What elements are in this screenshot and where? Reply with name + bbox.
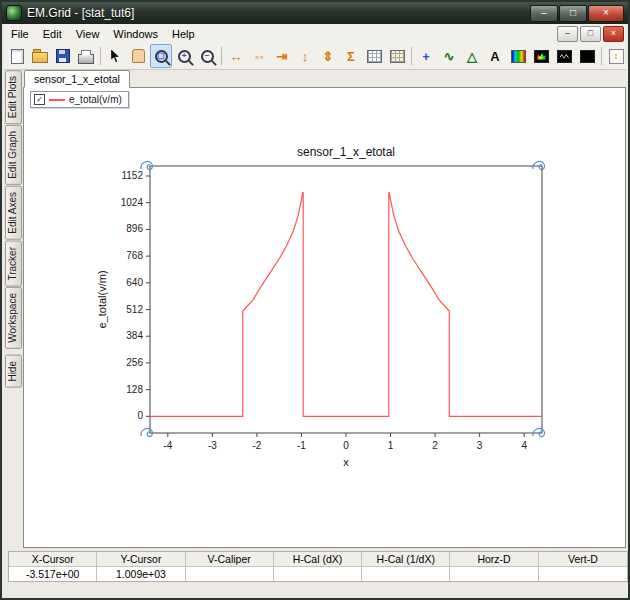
svg-text:512: 512 bbox=[126, 304, 143, 315]
expand-horizontal-icon[interactable]: ↔ bbox=[225, 44, 247, 68]
minimize-button[interactable]: – bbox=[530, 5, 558, 22]
svg-text:x: x bbox=[343, 456, 349, 468]
menu-windows[interactable]: Windows bbox=[106, 26, 165, 42]
svg-text:640: 640 bbox=[126, 277, 143, 288]
window-title: EM.Grid - [stat_tut6] bbox=[27, 6, 525, 20]
svg-text:1024: 1024 bbox=[121, 197, 144, 208]
menu-file[interactable]: File bbox=[4, 26, 36, 42]
status-header-cell: Y-Cursor bbox=[97, 552, 185, 567]
snap-horizontal-icon[interactable]: ⇥ bbox=[271, 44, 293, 68]
app-window: EM.Grid - [stat_tut6] – □ × FileEditView… bbox=[0, 0, 630, 600]
svg-text:-2: -2 bbox=[252, 440, 261, 451]
spectrogram-icon[interactable] bbox=[530, 44, 552, 68]
toolbar-separator bbox=[601, 47, 602, 65]
add-marker-icon[interactable]: + bbox=[415, 44, 437, 68]
status-header-cell: X-Cursor bbox=[9, 552, 97, 567]
legend-line-swatch bbox=[49, 99, 65, 101]
expand-vertical-icon[interactable]: ↕ bbox=[294, 44, 316, 68]
svg-text:-1: -1 bbox=[297, 440, 306, 451]
title-bar: EM.Grid - [stat_tut6] – □ × bbox=[2, 2, 628, 24]
status-value-cell: -3.517e+00 bbox=[9, 567, 97, 581]
maximize-button[interactable]: □ bbox=[559, 5, 587, 22]
status-header-cell: V-Caliper bbox=[186, 552, 274, 567]
zoom-in-icon[interactable]: + bbox=[173, 44, 195, 68]
zoom-box-icon[interactable]: ▢ bbox=[150, 44, 172, 68]
save-icon[interactable] bbox=[52, 44, 74, 68]
open-file-icon[interactable] bbox=[29, 44, 51, 68]
zoom-out-icon[interactable]: − bbox=[196, 44, 218, 68]
close-button[interactable]: × bbox=[588, 5, 624, 22]
document-tab-bar: sensor_1_x_etotal bbox=[24, 69, 625, 87]
slope-marker-icon[interactable]: △ bbox=[461, 44, 483, 68]
status-value-cell bbox=[362, 567, 450, 581]
status-value-cell bbox=[274, 567, 362, 581]
sidebar-tab-edit-graph[interactable]: Edit Graph bbox=[5, 125, 22, 185]
status-header-row: X-CursorY-CursorV-CaliperH-Cal (dX)H-Cal… bbox=[9, 552, 627, 567]
curve-trace-icon[interactable]: ∿ bbox=[438, 44, 460, 68]
svg-text:256: 256 bbox=[126, 357, 143, 368]
status-header-cell: Horz-D bbox=[450, 552, 538, 567]
vertical-range-icon[interactable]: ↕ bbox=[605, 44, 626, 68]
menu-view[interactable]: View bbox=[69, 26, 107, 42]
status-header-cell: H-Cal (1/dX) bbox=[362, 552, 450, 567]
app-icon bbox=[6, 5, 22, 21]
svg-text:e_total(v/m): e_total(v/m) bbox=[96, 270, 108, 328]
grid-icon[interactable] bbox=[363, 44, 385, 68]
toolbar: ▢+−↔⇔⇥↕⇕Σ+∿△A↕↔ ≡ Layout bbox=[4, 43, 626, 70]
sum-icon[interactable]: Σ bbox=[340, 44, 362, 68]
svg-text:768: 768 bbox=[126, 250, 143, 261]
menu-help[interactable]: Help bbox=[165, 26, 202, 42]
sidebar-tab-workspace[interactable]: Workspace bbox=[5, 287, 22, 349]
sidebar-tab-edit-axes[interactable]: Edit Axes bbox=[5, 186, 22, 240]
text-label-icon[interactable]: A bbox=[484, 44, 506, 68]
svg-text:3: 3 bbox=[477, 440, 483, 451]
mdi-minimize-button[interactable]: – bbox=[557, 26, 578, 42]
legend-label: e_total(v/m) bbox=[69, 94, 122, 105]
status-value-cell: 1.009e+03 bbox=[97, 567, 185, 581]
sidebar-tabs: Edit PlotsEdit GraphEdit AxesTrackerWork… bbox=[5, 70, 22, 389]
new-file-icon[interactable] bbox=[6, 44, 28, 68]
menu-bar: FileEditViewWindowsHelp – □ × bbox=[4, 24, 626, 44]
svg-text:0: 0 bbox=[137, 410, 143, 421]
toolbar-separator bbox=[411, 47, 412, 65]
image-plot-icon[interactable] bbox=[576, 44, 598, 68]
svg-text:-4: -4 bbox=[163, 440, 172, 451]
svg-text:-3: -3 bbox=[208, 440, 217, 451]
autoscale-vertical-icon[interactable]: ⇕ bbox=[317, 44, 339, 68]
svg-text:896: 896 bbox=[126, 223, 143, 234]
svg-text:1: 1 bbox=[388, 440, 394, 451]
table-icon[interactable] bbox=[386, 44, 408, 68]
toolbar-separator bbox=[221, 47, 222, 65]
svg-text:384: 384 bbox=[126, 330, 143, 341]
status-header-cell: Vert-D bbox=[539, 552, 627, 567]
svg-text:128: 128 bbox=[126, 384, 143, 395]
sidebar-tab-tracker[interactable]: Tracker bbox=[5, 241, 22, 287]
toolbar-separator bbox=[100, 47, 101, 65]
mdi-close-button[interactable]: × bbox=[603, 26, 624, 42]
status-value-cell bbox=[186, 567, 274, 581]
sidebar-tab-hide[interactable]: Hide bbox=[5, 355, 22, 388]
status-bar: X-CursorY-CursorV-CaliperH-Cal (dX)H-Cal… bbox=[8, 551, 628, 582]
waveform-icon[interactable] bbox=[553, 44, 575, 68]
menu-edit[interactable]: Edit bbox=[36, 26, 69, 42]
legend-box: ✓ e_total(v/m) bbox=[30, 91, 129, 108]
colormap-icon[interactable] bbox=[507, 44, 529, 68]
autoscale-horizontal-icon[interactable]: ⇔ bbox=[248, 44, 270, 68]
chart[interactable]: -4-3-2-101234012825638451264076889610241… bbox=[92, 136, 574, 498]
svg-text:sensor_1_x_etotal: sensor_1_x_etotal bbox=[297, 145, 395, 159]
sidebar-tab-edit-plots[interactable]: Edit Plots bbox=[5, 70, 22, 124]
svg-text:4: 4 bbox=[521, 440, 527, 451]
svg-text:1152: 1152 bbox=[121, 170, 143, 181]
print-icon[interactable] bbox=[75, 44, 97, 68]
menu-items: FileEditViewWindowsHelp bbox=[4, 24, 202, 43]
status-value-cell bbox=[539, 567, 627, 581]
legend-checkbox[interactable]: ✓ bbox=[34, 94, 45, 105]
mdi-restore-button[interactable]: □ bbox=[580, 26, 601, 42]
pan-hand-icon[interactable] bbox=[127, 44, 149, 68]
chart-svg: -4-3-2-101234012825638451264076889610241… bbox=[92, 136, 574, 498]
select-arrow-icon[interactable] bbox=[104, 44, 126, 68]
status-value-cell bbox=[450, 567, 538, 581]
tab-sensor-1-x-etotal[interactable]: sensor_1_x_etotal bbox=[24, 70, 130, 88]
svg-text:0: 0 bbox=[343, 440, 349, 451]
status-header-cell: H-Cal (dX) bbox=[274, 552, 362, 567]
